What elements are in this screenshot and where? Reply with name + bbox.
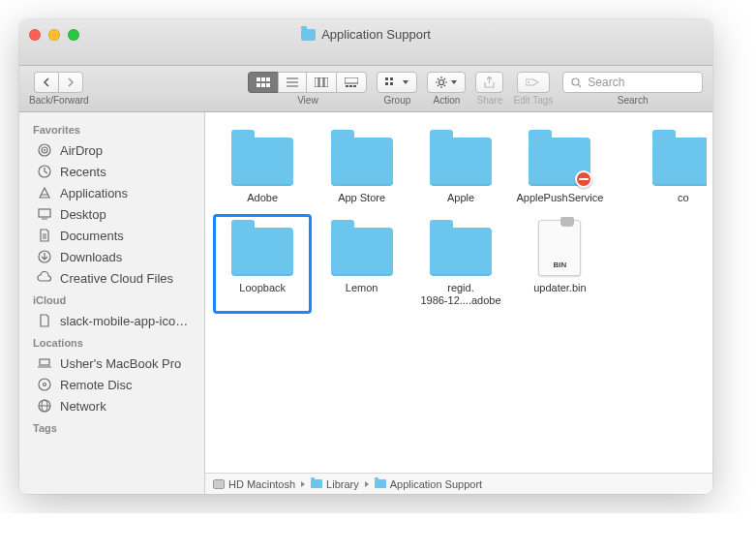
list-view-button[interactable]	[278, 72, 306, 93]
folder-regid[interactable]: regid. 1986-12....adobe	[413, 216, 508, 311]
svg-rect-0	[257, 77, 260, 81]
sidebar: Favorites AirDrop Recents Applications D…	[19, 112, 205, 494]
svg-point-34	[44, 149, 45, 151]
file-name: Apple	[447, 192, 474, 204]
svg-rect-17	[390, 77, 393, 80]
crumb-label: Application Support	[390, 478, 482, 490]
folder-partial[interactable]: co	[612, 126, 707, 208]
edit-tags-button[interactable]	[517, 72, 550, 93]
path-crumb-hd[interactable]: HD Macintosh	[213, 478, 295, 490]
sidebar-item-documents[interactable]: Documents	[19, 225, 204, 246]
sidebar-favorites-header: Favorites	[19, 118, 204, 139]
search-input[interactable]: Search	[562, 72, 703, 93]
folder-icon	[430, 228, 492, 276]
share-button[interactable]	[475, 72, 503, 93]
file-updater-bin[interactable]: updater.bin	[512, 216, 607, 311]
toolbar: Back/Forward View	[19, 66, 712, 112]
cloud-icon	[37, 270, 52, 286]
svg-point-45	[39, 379, 50, 390]
folder-icon	[375, 479, 386, 488]
folder-apple[interactable]: Apple	[413, 126, 508, 208]
sidebar-item-creative-cloud[interactable]: Creative Cloud Files	[19, 267, 204, 289]
hd-icon	[213, 479, 225, 489]
svg-rect-1	[261, 77, 265, 81]
folder-icon	[231, 228, 293, 276]
folder-adobe[interactable]: Adobe	[215, 126, 310, 208]
path-crumb-library[interactable]: Library	[311, 478, 359, 490]
sidebar-item-desktop[interactable]: Desktop	[19, 203, 204, 225]
svg-rect-43	[40, 359, 49, 365]
body-area: Favorites AirDrop Recents Applications D…	[19, 112, 712, 494]
folder-icon	[430, 138, 492, 186]
crumb-label: HD Macintosh	[228, 478, 295, 490]
action-label: Action	[433, 95, 460, 106]
sidebar-item-remote-disc[interactable]: Remote Disc	[19, 374, 204, 395]
sidebar-item-applications[interactable]: Applications	[19, 182, 204, 203]
back-button[interactable]	[34, 72, 58, 93]
desktop-icon	[37, 206, 52, 222]
back-forward-label: Back/Forward	[29, 95, 89, 106]
applications-icon	[37, 185, 52, 200]
view-label: View	[297, 95, 318, 106]
back-forward-group: Back/Forward	[29, 72, 89, 106]
folder-apple-push-service[interactable]: ApplePushService	[512, 126, 607, 208]
svg-line-28	[444, 78, 445, 79]
group-label: Group	[383, 95, 410, 106]
chevron-right-icon	[301, 481, 305, 487]
sidebar-item-recents[interactable]: Recents	[19, 161, 204, 182]
folder-loopback[interactable]: Loopback	[215, 216, 310, 311]
search-section: Search Search	[562, 72, 703, 106]
action-button[interactable]	[427, 72, 466, 93]
folder-icon	[301, 29, 316, 41]
traffic-lights	[29, 29, 79, 41]
file-name: regid. 1986-12....adobe	[420, 282, 500, 307]
file-name: Adobe	[247, 192, 278, 204]
icon-view-button[interactable]	[248, 72, 278, 93]
path-crumb-current[interactable]: Application Support	[375, 478, 482, 490]
sidebar-item-network[interactable]: Network	[19, 395, 204, 416]
globe-icon	[37, 398, 52, 414]
svg-line-26	[444, 85, 445, 86]
search-icon	[571, 77, 582, 88]
zoom-button[interactable]	[68, 29, 79, 41]
documents-icon	[37, 228, 52, 243]
folder-icon	[231, 138, 293, 186]
svg-rect-19	[390, 82, 393, 85]
column-view-button[interactable]	[306, 72, 336, 93]
file-grid[interactable]: Adobe App Store Apple ApplePushService c…	[205, 112, 712, 473]
gallery-view-button[interactable]	[336, 72, 367, 93]
group-button[interactable]	[377, 72, 417, 93]
sidebar-locations-header: Locations	[19, 331, 204, 353]
svg-rect-3	[257, 83, 260, 87]
file-name: App Store	[338, 192, 385, 204]
file-name: co	[678, 192, 689, 204]
sidebar-item-macbook[interactable]: Usher's MacBook Pro	[19, 353, 204, 374]
svg-point-46	[44, 384, 46, 386]
sidebar-tags-header: Tags	[19, 416, 204, 438]
minimize-button[interactable]	[48, 29, 60, 41]
sidebar-item-label: Recents	[60, 165, 106, 179]
folder-app-store[interactable]: App Store	[314, 126, 408, 208]
svg-rect-13	[346, 85, 348, 87]
titlebar[interactable]: Application Support	[19, 19, 712, 66]
sidebar-item-downloads[interactable]: Downloads	[19, 246, 204, 267]
svg-rect-18	[385, 82, 388, 85]
sidebar-item-label: AirDrop	[60, 143, 103, 158]
tag-icon	[526, 77, 541, 87]
svg-point-29	[528, 81, 529, 83]
folder-icon	[529, 138, 590, 186]
sidebar-item-airdrop[interactable]: AirDrop	[19, 139, 204, 161]
forward-button[interactable]	[58, 72, 83, 93]
file-name: ApplePushService	[516, 192, 603, 204]
svg-rect-2	[266, 77, 270, 81]
sidebar-icloud-header: iCloud	[19, 289, 204, 310]
grid-icon	[257, 77, 270, 87]
pathbar: HD Macintosh Library Application Support	[205, 473, 712, 494]
share-section: Share	[475, 72, 503, 106]
close-button[interactable]	[29, 29, 41, 41]
sidebar-item-icloud-file[interactable]: slack-mobile-app-icon...	[19, 310, 204, 331]
svg-rect-4	[261, 83, 265, 87]
chevron-down-icon	[403, 80, 408, 84]
clock-icon	[37, 164, 52, 179]
folder-lemon[interactable]: Lemon	[314, 216, 408, 311]
